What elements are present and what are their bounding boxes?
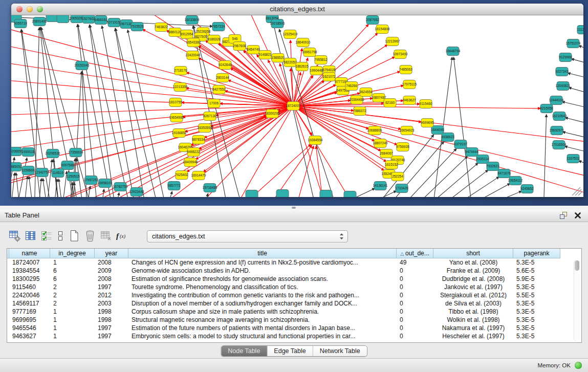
graph-node[interactable]: 15692971 (550, 126, 564, 135)
graph-node[interactable]: 12923448 (129, 188, 144, 196)
table-selector-dropdown[interactable]: citations_edges.txt (147, 230, 348, 243)
divider-grip[interactable] (292, 207, 296, 209)
graph-node[interactable]: 8471676 (497, 169, 511, 178)
table-cell[interactable]: 49 (397, 258, 433, 267)
graph-node[interactable]: 22420046 (186, 51, 201, 60)
graph-node[interactable]: 2967608 (233, 42, 246, 51)
graph-node[interactable] (46, 15, 58, 22)
graph-node[interactable]: 18640910 (296, 38, 311, 47)
graph-node[interactable]: 1588520 (271, 54, 285, 62)
graph-node[interactable]: 8267130 (203, 112, 216, 121)
graph-node[interactable]: 8186328 (207, 35, 221, 44)
table-cell[interactable]: 9699695 (9, 316, 50, 324)
graph-node[interactable]: 9227343 (555, 68, 569, 76)
table-cell[interactable]: 5.3E-5 (513, 299, 560, 308)
minimize-button[interactable] (27, 6, 33, 12)
graph-node[interactable]: 18724007 (286, 102, 301, 111)
table-cell[interactable]: 18300295 (9, 275, 50, 283)
table-cell[interactable]: 1 (50, 332, 95, 340)
table-row[interactable]: 946554611997Estimation of the future num… (7, 324, 581, 332)
graph-node[interactable]: 12213359 (173, 83, 188, 92)
table-cell[interactable]: 1997 (95, 283, 128, 291)
graph-node[interactable]: 7515526 (130, 23, 144, 31)
graph-node[interactable]: 12325419 (283, 30, 298, 39)
table-row[interactable]: 1872400712008Changes of HCN gene express… (7, 258, 581, 267)
graph-node[interactable]: 7886372 (353, 107, 366, 116)
graph-node[interactable]: 114519 (52, 169, 64, 178)
table-cell[interactable]: 0 (397, 316, 433, 324)
table-cell[interactable]: Tourette syndrome. Phenomenology and cla… (128, 283, 397, 291)
graph-node[interactable]: 16154808 (375, 25, 390, 34)
table-cell[interactable]: 5.3E-5 (513, 316, 560, 324)
table-cell[interactable]: 1 (50, 316, 95, 324)
table-scrollbar[interactable] (574, 259, 580, 341)
table-cell[interactable]: Stergiakouli et al. (2012) (433, 291, 513, 299)
close-button[interactable] (16, 6, 23, 12)
table-cell[interactable]: Wolkin et al. (1998) (433, 316, 513, 324)
table-cell[interactable]: Corpus callosum shape and size in male p… (128, 308, 397, 316)
float-panel-icon[interactable] (559, 211, 568, 222)
table-cell[interactable]: 9465546 (9, 324, 50, 332)
graph-node[interactable]: 16654923 (400, 126, 415, 135)
graph-node[interactable]: 8878334 (192, 136, 205, 144)
graph-node[interactable]: 9242848 (219, 61, 232, 70)
table-cell[interactable]: de Silva et al. (2003) (433, 299, 513, 308)
graph-node[interactable]: 62160 (384, 99, 396, 107)
table-cell[interactable]: 9115460 (9, 283, 50, 291)
graph-node[interactable]: 1621072 (322, 73, 336, 81)
graph-node[interactable]: 19654985 (169, 114, 184, 122)
graph-node[interactable]: 1156869 (22, 166, 35, 175)
table-cell[interactable]: 1 (50, 308, 95, 316)
graph-node[interactable]: 1644095 (431, 126, 444, 135)
graph-node[interactable]: 20153346 (75, 61, 90, 70)
table-cell[interactable]: 0 (397, 299, 433, 308)
column-header-title[interactable]: title (128, 249, 397, 258)
graph-node[interactable]: 2718176 (174, 67, 187, 75)
table-cell[interactable]: 19384554 (9, 267, 50, 275)
table-cell[interactable]: 2009 (95, 267, 128, 275)
graph-node[interactable]: 8454749 (247, 46, 260, 54)
graph-node[interactable] (57, 15, 69, 23)
graph-node[interactable]: 1527602 (82, 15, 95, 24)
table-cell[interactable]: Structural magnetic resonance image aver… (128, 316, 397, 324)
graph-node[interactable] (246, 190, 258, 198)
table-cell[interactable]: 0 (397, 324, 433, 332)
graph-node[interactable]: 10688809 (367, 126, 382, 135)
table-row[interactable]: 977716911998Corpus callosum shape and si… (7, 308, 581, 316)
graph-node[interactable]: 8912954 (180, 30, 193, 39)
graph-node[interactable]: 18409948 (183, 158, 198, 167)
column-header-pagerank[interactable]: pagerank (513, 249, 560, 258)
graph-node[interactable]: 1167531 (567, 155, 580, 163)
table-row[interactable]: 1456911722003Disruption of a novel membe… (7, 299, 581, 308)
graph-node[interactable]: 1485051 (11, 163, 22, 171)
graph-node[interactable]: 18300295 (265, 110, 280, 118)
table-cell[interactable]: 6 (50, 275, 95, 283)
graph-node[interactable]: 16648794 (446, 47, 461, 56)
graph-node[interactable]: 19166852 (172, 129, 187, 138)
table-cell[interactable]: 9463627 (9, 332, 50, 340)
graph-node[interactable]: 1112744 (577, 26, 583, 34)
graph-node[interactable]: 8427552 (212, 85, 226, 94)
table-cell[interactable]: Dudbridge et al. (2008) (433, 275, 513, 283)
tab-node-table[interactable]: Node Table (221, 346, 267, 356)
table-cell[interactable]: 2 (50, 291, 95, 299)
network-window-titlebar[interactable]: citations_edges.txt (11, 4, 583, 15)
graph-node[interactable]: 746266 (345, 82, 358, 91)
row-selection-icon[interactable] (40, 229, 53, 243)
graph-node[interactable]: 9474444 (465, 148, 478, 157)
table-cell[interactable]: 1998 (95, 308, 128, 316)
column-header-in_degree[interactable]: in_degree (50, 249, 95, 258)
table-cell[interactable]: 5.6E-5 (513, 267, 560, 275)
graph-node[interactable]: 252254 (391, 172, 404, 181)
table-cell[interactable]: 5.3E-5 (513, 324, 560, 332)
graph-node[interactable]: 7625402 (175, 171, 188, 180)
graph-node[interactable]: 7955812 (314, 56, 328, 64)
table-cell[interactable]: 0 (397, 267, 433, 275)
table-row[interactable]: 911546021997Tourette syndrome. Phenomeno… (7, 283, 581, 291)
graph-node[interactable]: 9463627 (403, 96, 416, 105)
table-cell[interactable]: 5.9E-5 (513, 275, 560, 283)
graph-node[interactable]: 6466161 (94, 16, 107, 25)
column-header-name[interactable]: name (9, 249, 50, 258)
table-cell[interactable]: 22420046 (9, 291, 50, 299)
table-row[interactable]: 1830029562008Estimation of significance … (7, 275, 581, 283)
